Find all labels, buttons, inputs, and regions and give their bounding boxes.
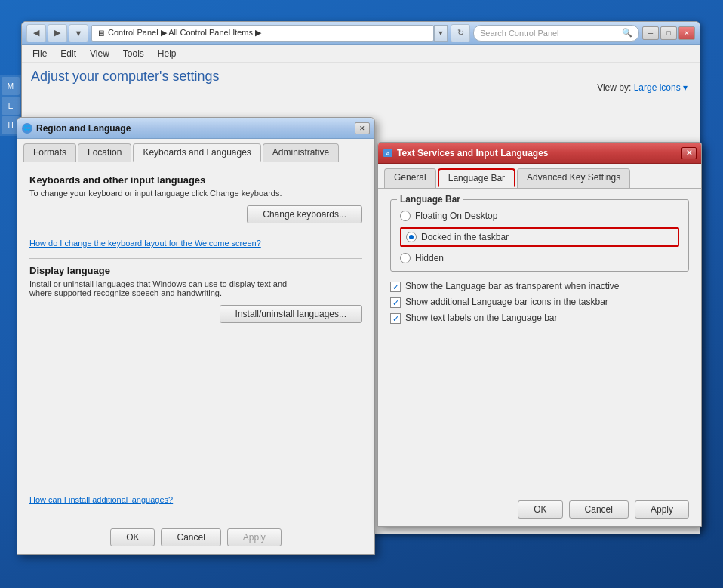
address-field[interactable]: 🖥 Control Panel ▶ All Control Panel Item… (91, 25, 434, 42)
floating-radio[interactable] (400, 211, 411, 221)
region-apply-button[interactable]: Apply (227, 528, 282, 546)
region-cancel-button[interactable]: Cancel (161, 528, 220, 546)
menu-file[interactable]: File (26, 47, 53, 60)
maximize-button[interactable]: □ (660, 26, 677, 40)
search-box[interactable]: Search Control Panel 🔍 (473, 25, 639, 42)
docked-radio[interactable] (406, 232, 417, 242)
region-dialog-content: Keyboards and other input languages To c… (17, 162, 374, 344)
address-icon: 🖥 (97, 29, 105, 38)
ts-titlebar: A Text Services and Input Languages ✕ (378, 143, 701, 164)
display-language-desc: Install or uninstall languages that Wind… (29, 279, 362, 297)
tab-formats[interactable]: Formats (23, 143, 76, 162)
floating-option[interactable]: Floating On Desktop (400, 211, 679, 221)
menu-tools[interactable]: Tools (117, 47, 150, 60)
view-by-container: View by: Large icons ▾ (597, 82, 688, 93)
transparent-checkbox-row[interactable]: Show the Language bar as transparent whe… (390, 281, 689, 292)
additional-icons-checkbox-row[interactable]: Show additional Language bar icons in th… (390, 297, 689, 308)
ts-ok-button[interactable]: OK (518, 500, 562, 519)
region-dialog-icon: 🌐 (22, 123, 32, 134)
welcome-screen-link[interactable]: How do I change the keyboard layout for … (29, 239, 362, 248)
region-language-dialog: 🌐 Region and Language ✕ Formats Location… (17, 117, 375, 555)
tab-location[interactable]: Location (78, 143, 131, 162)
display-language-title: Display language (29, 265, 362, 276)
back-button[interactable]: ◀ (26, 24, 46, 42)
keyboards-section-desc: To change your keyboard or input languag… (29, 189, 362, 198)
ts-dialog-icon: A (383, 148, 393, 159)
sidebar-icon-2: E (2, 97, 20, 115)
menu-view[interactable]: View (84, 47, 115, 60)
close-button[interactable]: ✕ (678, 26, 695, 40)
refresh-button[interactable]: ↻ (451, 24, 470, 42)
keyboards-section-title: Keyboards and other input languages (29, 174, 362, 186)
ts-tab-bar: General Language Bar Advanced Key Settin… (378, 164, 701, 189)
text-labels-checkbox[interactable] (390, 313, 401, 324)
hidden-option[interactable]: Hidden (400, 253, 679, 263)
search-placeholder: Search Control Panel (480, 29, 559, 38)
svg-text:A: A (386, 150, 390, 157)
menu-help[interactable]: Help (152, 47, 183, 60)
text-labels-checkbox-row[interactable]: Show text labels on the Language bar (390, 312, 689, 324)
ts-tab-general[interactable]: General (384, 168, 436, 188)
menu-edit[interactable]: Edit (54, 47, 82, 60)
view-by-value[interactable]: Large icons ▾ (634, 82, 688, 93)
section-separator (29, 258, 362, 259)
transparent-checkbox[interactable] (390, 282, 401, 292)
recent-button[interactable]: ▼ (69, 24, 88, 42)
language-bar-group: Language Bar Floating On Desktop Docked … (390, 199, 689, 272)
hidden-label: Hidden (415, 253, 444, 263)
additional-icons-checkbox[interactable] (390, 297, 401, 308)
ts-footer: OK Cancel Apply (378, 500, 701, 519)
ts-dialog-title: Text Services and Input Languages (397, 148, 681, 159)
region-dialog-titlebar: 🌐 Region and Language ✕ (17, 118, 374, 139)
address-dropdown[interactable]: ▼ (434, 25, 448, 42)
ts-apply-button[interactable]: Apply (635, 500, 689, 519)
floating-label: Floating On Desktop (415, 211, 497, 221)
docked-option[interactable]: Docked in the taskbar (400, 227, 679, 247)
text-labels-label: Show text labels on the Language bar (405, 312, 557, 323)
text-services-dialog: A Text Services and Input Languages ✕ Ge… (377, 142, 702, 527)
ts-dialog-content: Language Bar Floating On Desktop Docked … (378, 189, 701, 339)
transparent-label: Show the Language bar as transparent whe… (405, 281, 620, 291)
region-dialog-title: Region and Language (36, 123, 355, 134)
ts-tab-language-bar[interactable]: Language Bar (438, 168, 515, 188)
ts-close-button[interactable]: ✕ (681, 147, 697, 159)
language-bar-group-title: Language Bar (397, 194, 463, 205)
change-keyboards-button[interactable]: Change keyboards... (247, 205, 362, 223)
tab-administrative[interactable]: Administrative (263, 143, 339, 162)
docked-label: Docked in the taskbar (421, 232, 509, 242)
control-panel-titlebar: ◀ ▶ ▼ 🖥 Control Panel ▶ All Control Pane… (22, 22, 700, 45)
region-tab-bar: Formats Location Keyboards and Languages… (17, 139, 374, 162)
tab-keyboards[interactable]: Keyboards and Languages (133, 143, 260, 162)
region-ok-button[interactable]: OK (110, 528, 155, 546)
ts-cancel-button[interactable]: Cancel (569, 500, 629, 519)
region-dialog-close[interactable]: ✕ (355, 122, 370, 134)
additional-icons-label: Show additional Language bar icons in th… (405, 297, 608, 307)
menu-bar: File Edit View Tools Help (22, 45, 700, 63)
ts-tab-advanced[interactable]: Advanced Key Settings (517, 168, 630, 188)
forward-button[interactable]: ▶ (48, 24, 67, 42)
address-path-text: Control Panel ▶ All Control Panel Items … (108, 28, 261, 38)
minimize-button[interactable]: ─ (642, 26, 659, 40)
install-languages-button[interactable]: Install/uninstall languages... (220, 305, 362, 323)
sidebar-icon-1: M (2, 77, 20, 95)
page-title: Adjust your computer's settings (31, 69, 691, 85)
install-additional-link[interactable]: How can I install additional languages? (29, 495, 173, 504)
region-footer-buttons: OK Cancel Apply (17, 528, 374, 546)
hidden-radio[interactable] (400, 253, 411, 263)
view-by-label: View by: (597, 82, 631, 93)
language-bar-options: Floating On Desktop Docked in the taskba… (400, 208, 679, 263)
search-icon: 🔍 (622, 28, 632, 38)
